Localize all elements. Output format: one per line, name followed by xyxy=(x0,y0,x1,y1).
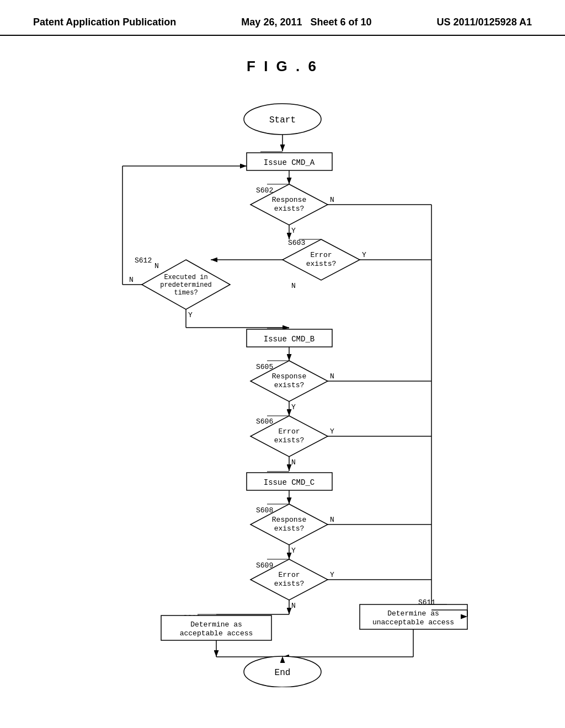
svg-text:Determine as: Determine as xyxy=(190,620,242,629)
svg-text:exists?: exists? xyxy=(274,580,305,588)
svg-text:N: N xyxy=(154,262,159,270)
svg-text:Response: Response xyxy=(272,372,306,381)
svg-text:S612: S612 xyxy=(135,256,152,265)
svg-text:Issue CMD_C: Issue CMD_C xyxy=(264,478,315,487)
diagram-container: F I G . 6 Start S601 Issue CMD_A S602 Re… xyxy=(0,36,565,687)
svg-text:N: N xyxy=(330,196,334,204)
svg-text:N: N xyxy=(330,516,334,524)
svg-text:Error: Error xyxy=(278,427,300,436)
svg-text:acceptable access: acceptable access xyxy=(180,629,253,638)
svg-text:Start: Start xyxy=(269,115,296,125)
svg-text:S606: S606 xyxy=(256,417,273,426)
svg-text:times?: times? xyxy=(174,289,198,297)
svg-text:Determine as: Determine as xyxy=(387,609,439,618)
svg-text:Issue CMD_B: Issue CMD_B xyxy=(264,335,315,344)
publication-date: May 26, 2011 xyxy=(241,17,302,28)
svg-text:S605: S605 xyxy=(256,363,273,371)
svg-text:exists?: exists? xyxy=(274,436,305,445)
svg-text:N: N xyxy=(291,458,296,467)
svg-text:N: N xyxy=(291,602,296,610)
svg-text:Response: Response xyxy=(272,516,306,524)
svg-text:unacceptable access: unacceptable access xyxy=(372,618,454,627)
svg-text:exists?: exists? xyxy=(274,524,305,533)
svg-text:N: N xyxy=(129,276,134,284)
svg-text:S602: S602 xyxy=(256,186,273,195)
svg-text:N: N xyxy=(291,282,296,290)
svg-text:Y: Y xyxy=(188,311,193,319)
svg-text:S609: S609 xyxy=(256,561,273,570)
svg-text:S608: S608 xyxy=(256,506,273,515)
flowchart-diagram: Start S601 Issue CMD_A S602 Response exi… xyxy=(89,92,476,687)
figure-title: F I G . 6 xyxy=(247,58,318,75)
svg-text:Response: Response xyxy=(272,196,306,204)
svg-text:N: N xyxy=(330,372,334,381)
svg-text:Issue CMD_A: Issue CMD_A xyxy=(264,158,315,167)
patent-number: US 2011/0125928 A1 xyxy=(437,15,532,29)
svg-text:Y: Y xyxy=(291,547,296,555)
svg-text:exists?: exists? xyxy=(274,381,305,389)
svg-text:Y: Y xyxy=(291,227,296,235)
date-sheet-label: May 26, 2011 Sheet 6 of 10 xyxy=(241,15,371,29)
svg-text:exists?: exists? xyxy=(274,205,305,213)
svg-text:Error: Error xyxy=(310,251,332,259)
page-header: Patent Application Publication May 26, 2… xyxy=(0,0,565,36)
svg-text:predetermined: predetermined xyxy=(160,281,212,289)
sheet-number: Sheet 6 of 10 xyxy=(310,17,371,28)
publication-label: Patent Application Publication xyxy=(33,15,176,29)
svg-text:exists?: exists? xyxy=(306,260,337,268)
svg-text:Y: Y xyxy=(330,427,334,436)
svg-text:Y: Y xyxy=(330,571,334,579)
svg-text:Error: Error xyxy=(278,571,300,579)
svg-text:Y: Y xyxy=(362,251,366,259)
svg-text:Executed in: Executed in xyxy=(164,274,207,281)
svg-text:Y: Y xyxy=(291,403,296,411)
svg-text:S603: S603 xyxy=(288,239,305,247)
svg-text:End: End xyxy=(275,668,291,678)
